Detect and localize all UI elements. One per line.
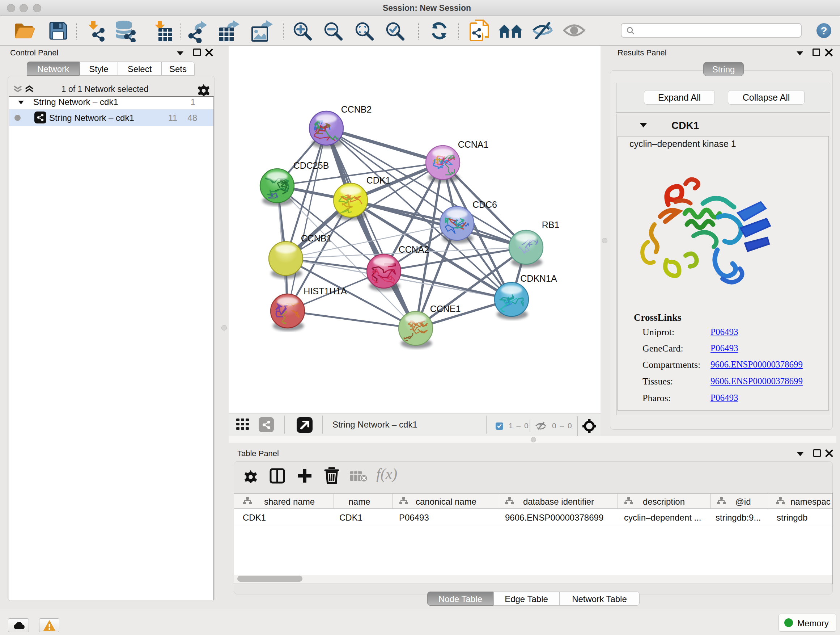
svg-text:CDKN1A: CDKN1A	[520, 273, 557, 283]
svg-text:CDK1: CDK1	[366, 175, 391, 185]
svg-text:CCNA1: CCNA1	[458, 139, 489, 149]
svg-text:HIST1H1A: HIST1H1A	[303, 286, 347, 296]
svg-text:CCNB1: CCNB1	[301, 233, 332, 243]
svg-text:CCNE1: CCNE1	[430, 304, 461, 314]
svg-text:CDC6: CDC6	[472, 200, 497, 210]
svg-text:CCNB2: CCNB2	[341, 104, 372, 114]
svg-text:CCNA2: CCNA2	[399, 244, 429, 255]
svg-text:CDC25B: CDC25B	[294, 160, 329, 171]
svg-text:RB1: RB1	[542, 220, 560, 230]
